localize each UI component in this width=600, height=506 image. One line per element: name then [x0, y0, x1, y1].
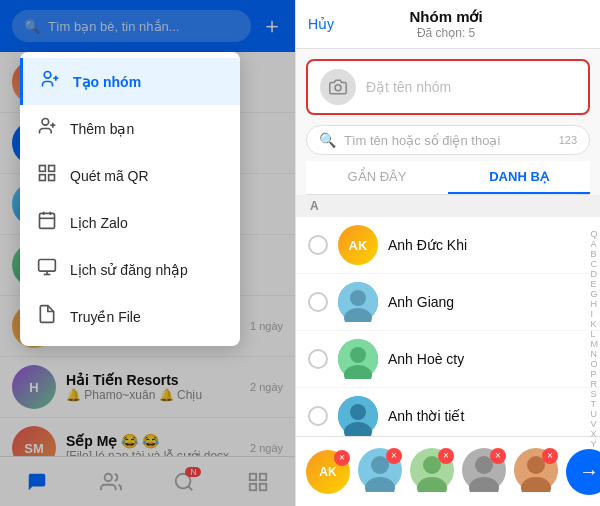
- svg-rect-8: [40, 175, 46, 181]
- header-center: Nhóm mới Đã chọn: 5: [334, 8, 558, 40]
- section-label-a: A: [296, 195, 600, 217]
- menu-item-create-group[interactable]: Tạo nhóm: [20, 58, 240, 105]
- contact-radio[interactable]: [308, 235, 328, 255]
- contact-radio[interactable]: [308, 292, 328, 312]
- menu-item-qr[interactable]: Quét mã QR: [20, 152, 240, 199]
- avatar: [338, 282, 378, 322]
- remove-badge: ×: [334, 450, 350, 466]
- search-contacts[interactable]: 🔍 Tìm tên hoặc số điện thoại 123: [306, 125, 590, 155]
- dropdown-menu: Tạo nhóm Thêm bạn Quét mã QR: [20, 52, 240, 346]
- group-name-input-container[interactable]: Đặt tên nhóm: [306, 59, 590, 115]
- search-contacts-placeholder: Tìm tên hoặc số điện thoại: [344, 133, 500, 148]
- next-button[interactable]: →: [566, 449, 600, 495]
- menu-item-transfer-file[interactable]: Truyền File: [20, 293, 240, 340]
- create-group-icon: [39, 69, 61, 94]
- menu-label: Lịch sử đăng nhập: [70, 262, 188, 278]
- avatar: AK: [338, 225, 378, 265]
- contact-item[interactable]: Anh Hoè cty: [296, 331, 600, 388]
- menu-label: Lịch Zalo: [70, 215, 128, 231]
- menu-item-login-history[interactable]: Lịch sử đăng nhập: [20, 246, 240, 293]
- alpha-scroll: Q A B C D E G H I K L M N O P R S T U V …: [591, 230, 599, 449]
- right-header: Hủy Nhóm mới Đã chọn: 5: [296, 0, 600, 49]
- file-icon: [36, 304, 58, 329]
- svg-rect-14: [39, 260, 56, 272]
- page-title: Nhóm mới: [334, 8, 558, 26]
- add-friend-icon: [36, 116, 58, 141]
- group-name-placeholder: Đặt tên nhóm: [366, 79, 451, 95]
- selected-users-bar: AK × × × ×: [296, 436, 600, 506]
- remove-badge: ×: [438, 448, 454, 464]
- svg-rect-7: [49, 166, 55, 172]
- selected-avatar[interactable]: ×: [462, 448, 506, 496]
- svg-point-32: [350, 404, 366, 420]
- contact-name: Anh Đức Khi: [388, 237, 467, 253]
- right-panel: Hủy Nhóm mới Đã chọn: 5 Đặt tên nhóm 🔍 T…: [295, 0, 600, 506]
- contact-radio[interactable]: [308, 349, 328, 369]
- svg-point-24: [335, 85, 341, 91]
- contact-radio[interactable]: [308, 406, 328, 426]
- svg-rect-9: [49, 175, 55, 181]
- remove-badge: ×: [542, 448, 558, 464]
- tab-contacts[interactable]: DANH BẠ: [448, 161, 590, 194]
- calendar-icon: [36, 210, 58, 235]
- svg-point-29: [350, 347, 366, 363]
- selected-count: Đã chọn: 5: [334, 26, 558, 40]
- selected-avatar[interactable]: ×: [358, 448, 402, 496]
- contact-name: Anh Hoè cty: [388, 351, 464, 367]
- menu-label: Quét mã QR: [70, 168, 149, 184]
- avatar: [338, 339, 378, 379]
- keyboard-icon: 123: [559, 134, 577, 146]
- qr-icon: [36, 163, 58, 188]
- selected-avatar[interactable]: ×: [410, 448, 454, 496]
- menu-item-add-friend[interactable]: Thêm bạn: [20, 105, 240, 152]
- svg-point-3: [42, 119, 49, 126]
- contact-item[interactable]: AK Anh Đức Khi: [296, 217, 600, 274]
- svg-rect-6: [40, 166, 46, 172]
- selected-avatar[interactable]: ×: [514, 448, 558, 496]
- left-panel: 🔍 Tìm bạn bè, tin nhắn... ＋ MB Media B..…: [0, 0, 295, 506]
- remove-badge: ×: [386, 448, 402, 464]
- avatar: [338, 396, 378, 436]
- contact-name: Anh thời tiết: [388, 408, 464, 424]
- tabs: GẦN ĐÂY DANH BẠ: [306, 161, 590, 195]
- menu-label: Thêm bạn: [70, 121, 134, 137]
- menu-label: Truyền File: [70, 309, 141, 325]
- contact-item[interactable]: Anh thời tiết: [296, 388, 600, 436]
- svg-rect-10: [40, 213, 55, 228]
- cancel-button[interactable]: Hủy: [308, 16, 334, 32]
- contact-item[interactable]: Anh Giang: [296, 274, 600, 331]
- camera-icon: [320, 69, 356, 105]
- svg-point-26: [350, 290, 366, 306]
- menu-label: Tạo nhóm: [73, 74, 141, 90]
- tab-recent[interactable]: GẦN ĐÂY: [306, 161, 448, 194]
- search-icon: 🔍: [319, 132, 336, 148]
- contact-name: Anh Giang: [388, 294, 454, 310]
- monitor-icon: [36, 257, 58, 282]
- remove-badge: ×: [490, 448, 506, 464]
- selected-avatar[interactable]: AK ×: [306, 450, 350, 494]
- contact-list: A AK Anh Đức Khi Anh Giang: [296, 195, 600, 436]
- menu-item-calendar[interactable]: Lịch Zalo: [20, 199, 240, 246]
- svg-point-0: [44, 72, 51, 79]
